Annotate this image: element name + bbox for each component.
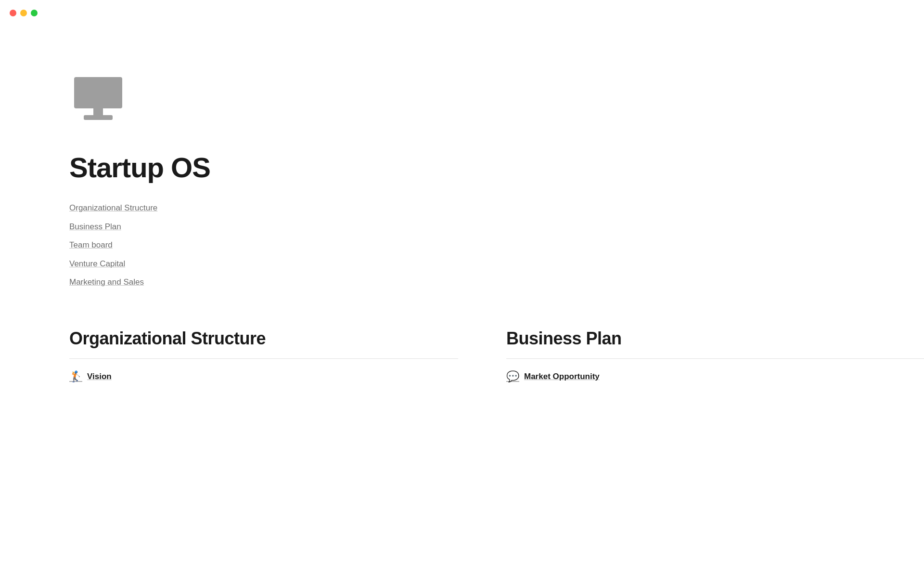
nav-links: Organizational Structure Business Plan T… bbox=[69, 201, 674, 290]
section-business-plan: Business Plan 💬 Market Opportunity bbox=[497, 328, 924, 383]
svg-rect-2 bbox=[84, 115, 113, 120]
window-controls bbox=[10, 10, 38, 16]
main-content: Startup OS Organizational Structure Busi… bbox=[0, 0, 674, 383]
page-title: Startup OS bbox=[69, 151, 674, 184]
section-org-structure-divider bbox=[69, 358, 458, 359]
svg-rect-0 bbox=[74, 77, 122, 108]
section-business-plan-title: Business Plan bbox=[506, 328, 924, 349]
market-opportunity-icon: 💬 bbox=[506, 370, 519, 383]
vision-label: Vision bbox=[87, 372, 112, 381]
market-opportunity-item[interactable]: 💬 Market Opportunity bbox=[506, 370, 924, 383]
market-opportunity-label: Market Opportunity bbox=[524, 372, 600, 381]
monitor-icon bbox=[69, 77, 127, 120]
vision-icon: 🏌️ bbox=[69, 370, 82, 383]
maximize-button[interactable] bbox=[31, 10, 38, 16]
vision-item[interactable]: 🏌️ Vision bbox=[69, 370, 458, 383]
nav-link-venture-capital[interactable]: Venture Capital bbox=[69, 257, 125, 272]
svg-rect-1 bbox=[93, 108, 103, 115]
minimize-button[interactable] bbox=[20, 10, 27, 16]
nav-link-business-plan[interactable]: Business Plan bbox=[69, 220, 121, 235]
section-org-structure: Organizational Structure 🏌️ Vision bbox=[69, 328, 497, 383]
section-business-plan-divider bbox=[506, 358, 924, 359]
close-button[interactable] bbox=[10, 10, 16, 16]
nav-link-team-board[interactable]: Team board bbox=[69, 238, 113, 253]
page-icon bbox=[69, 77, 674, 122]
section-org-structure-title: Organizational Structure bbox=[69, 328, 458, 349]
nav-link-marketing-sales[interactable]: Marketing and Sales bbox=[69, 275, 144, 290]
sections-grid: Organizational Structure 🏌️ Vision Busin… bbox=[69, 328, 924, 383]
nav-link-org-structure[interactable]: Organizational Structure bbox=[69, 201, 157, 216]
